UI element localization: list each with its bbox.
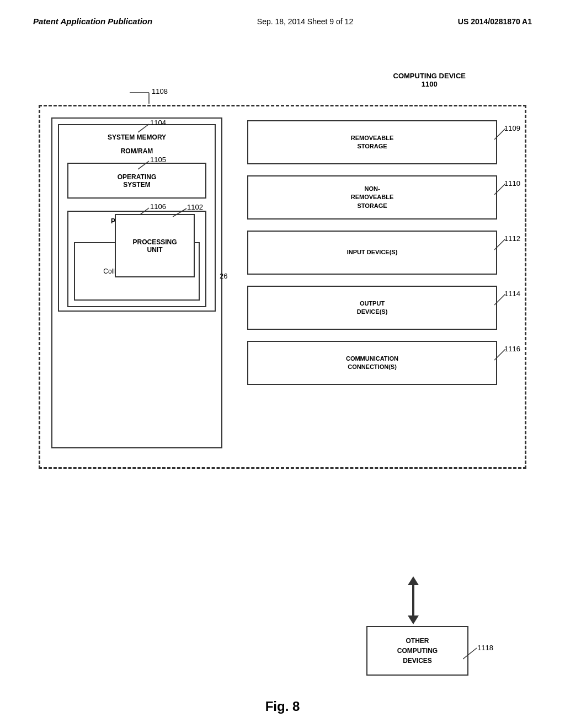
page-header: Patent Application Publication Sep. 18, …: [0, 17, 565, 26]
svg-line-2: [138, 124, 149, 132]
input-devices-box: INPUT DEVICE(S): [247, 231, 497, 275]
removeable-storage-text: REMOVEABLESTORAGE: [351, 134, 394, 151]
label-1109: 1109: [494, 126, 516, 142]
input-devices-text: INPUT DEVICE(S): [347, 248, 398, 256]
arrow-head-down: [408, 615, 419, 624]
svg-line-10: [494, 349, 505, 360]
label-1118: 1118: [463, 645, 493, 662]
svg-line-5: [173, 208, 186, 217]
svg-line-3: [138, 161, 149, 169]
figure-caption: Fig. 8: [0, 699, 565, 714]
system-memory-title: SYSTEM MEMORY: [59, 133, 215, 141]
label-26: 26: [220, 272, 227, 280]
arrow-shaft: [412, 585, 414, 615]
processing-unit-text: PROCESSINGUNIT: [132, 238, 177, 254]
os-box-text: OPERATINGSYSTEM: [118, 173, 156, 189]
label-1114: 1114: [494, 291, 516, 308]
removeable-storage-box: REMOVEABLESTORAGE: [247, 120, 497, 164]
processing-unit-box: PROCESSINGUNIT: [115, 214, 195, 277]
label-1102: 1102: [173, 206, 200, 220]
svg-line-9: [494, 294, 505, 305]
label-1116: 1116: [494, 346, 516, 363]
right-area: REMOVEABLESTORAGE 1109 NON-REMOVEABLESTO…: [247, 117, 514, 448]
svg-line-11: [463, 648, 477, 659]
outer-dashed-box: SYSTEM MEMORY ROM/RAM OPERATINGSYSTEM PR…: [39, 105, 526, 469]
svg-line-6: [494, 129, 505, 140]
diagram-area: COMPUTING DEVICE 1100 1108 SYSTEM MEMORY…: [33, 55, 532, 684]
other-computing-devices-text: OTHERCOMPUTINGDEVICES: [397, 636, 438, 666]
header-center: Sep. 18, 2014 Sheet 9 of 12: [257, 17, 353, 26]
header-right: US 2014/0281870 A1: [458, 17, 532, 26]
header-left: Patent Application Publication: [33, 17, 152, 26]
svg-line-8: [494, 239, 505, 250]
label-1110: 1110: [494, 181, 516, 197]
label-1112: 1112: [494, 236, 516, 253]
label-1104: 1104: [138, 121, 171, 135]
arrow-head-up: [408, 576, 419, 585]
os-box: OPERATINGSYSTEM: [67, 163, 206, 199]
computing-device-label: COMPUTING DEVICE 1100: [393, 72, 466, 88]
non-removeable-storage-box: NON-REMOVEABLESTORAGE: [247, 175, 497, 220]
non-removeable-storage-text: NON-REMOVEABLESTORAGE: [351, 185, 394, 210]
communication-connections-text: COMMUNICATIONCONNECTION(S): [346, 355, 398, 372]
left-inner-box: SYSTEM MEMORY ROM/RAM OPERATINGSYSTEM PR…: [51, 117, 222, 448]
output-devices-text: OUTPUTDEVICE(S): [357, 299, 388, 317]
label-1105: 1105: [138, 158, 171, 172]
other-computing-devices-box: OTHERCOMPUTINGDEVICES: [366, 626, 468, 676]
rom-ram-title: ROM/RAM: [59, 147, 215, 155]
communication-connections-box: COMMUNICATIONCONNECTION(S): [247, 341, 497, 385]
output-devices-box: OUTPUTDEVICE(S): [247, 286, 497, 330]
svg-line-7: [494, 184, 505, 195]
double-arrow: [408, 576, 419, 624]
